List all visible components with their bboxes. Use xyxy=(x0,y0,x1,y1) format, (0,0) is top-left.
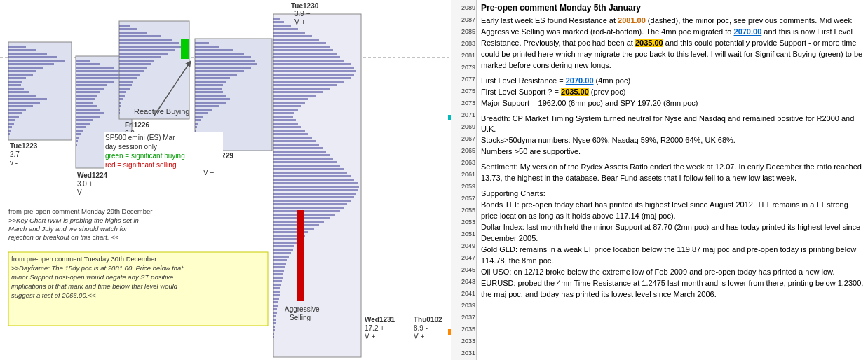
svg-rect-199 xyxy=(273,147,323,149)
svg-rect-231 xyxy=(273,259,287,261)
svg-text:Fri1226: Fri1226 xyxy=(125,121,149,129)
svg-text:2051: 2051 xyxy=(461,230,475,237)
svg-rect-194 xyxy=(273,130,305,132)
svg-rect-200 xyxy=(273,151,326,153)
svg-text:2.7 -: 2.7 - xyxy=(10,151,24,158)
svg-rect-253 xyxy=(273,336,274,338)
svg-rect-196 xyxy=(273,137,312,139)
svg-rect-184 xyxy=(273,95,316,97)
svg-rect-73 xyxy=(76,84,107,86)
svg-rect-53 xyxy=(8,105,33,107)
svg-rect-181 xyxy=(273,84,337,86)
svg-text:Reactive Buying: Reactive Buying xyxy=(134,107,190,116)
svg-rect-208 xyxy=(273,179,354,181)
svg-rect-47 xyxy=(8,84,21,86)
svg-rect-165 xyxy=(273,28,298,30)
svg-rect-214 xyxy=(273,200,351,202)
svg-rect-85 xyxy=(76,126,86,128)
svg-text:Aggressive: Aggressive xyxy=(285,305,320,313)
svg-text:2083: 2083 xyxy=(461,40,475,47)
svg-rect-177 xyxy=(273,70,356,72)
svg-rect-50 xyxy=(8,95,36,97)
svg-rect-121 xyxy=(119,109,120,111)
svg-rect-86 xyxy=(76,130,83,132)
svg-rect-141 xyxy=(195,88,222,90)
svg-rect-129 xyxy=(195,46,219,48)
svg-rect-195 xyxy=(273,133,308,135)
svg-text:SP500 emini (ES) Mar: SP500 emini (ES) Mar xyxy=(105,134,175,141)
svg-rect-226 xyxy=(273,242,298,244)
svg-text:2047: 2047 xyxy=(461,254,475,261)
svg-rect-188 xyxy=(273,109,298,111)
svg-text:3.0 +: 3.0 + xyxy=(77,180,93,188)
svg-rect-240 xyxy=(273,291,280,293)
svg-rect-151 xyxy=(195,123,198,125)
svg-text:2077: 2077 xyxy=(461,76,475,83)
svg-rect-147 xyxy=(195,109,212,111)
svg-text:v -: v - xyxy=(10,159,18,167)
svg-rect-42 xyxy=(8,67,43,69)
svg-rect-119 xyxy=(119,102,121,104)
svg-rect-88 xyxy=(76,137,79,139)
svg-rect-238 xyxy=(273,284,281,286)
svg-text:2041: 2041 xyxy=(461,290,475,297)
svg-text:3.9 +: 3.9 + xyxy=(294,10,311,18)
svg-rect-81 xyxy=(76,112,104,114)
svg-text:V +: V + xyxy=(365,333,375,340)
svg-text:Selling: Selling xyxy=(290,314,311,321)
svg-rect-115 xyxy=(119,88,130,90)
svg-rect-103 xyxy=(119,46,182,48)
svg-rect-75 xyxy=(76,91,100,93)
svg-rect-232 xyxy=(273,263,286,265)
svg-rect-133 xyxy=(195,60,255,62)
svg-rect-152 xyxy=(195,126,197,128)
svg-text:from pre-open comment Tuesday : from pre-open comment Tuesday 30th Decem… xyxy=(11,255,157,263)
svg-rect-140 xyxy=(195,84,223,86)
svg-text:17.2 +: 17.2 + xyxy=(365,324,384,332)
svg-rect-235 xyxy=(273,273,283,275)
svg-text:2059: 2059 xyxy=(461,183,475,190)
svg-rect-174 xyxy=(273,60,344,62)
svg-text:Wed1231: Wed1231 xyxy=(365,316,395,324)
svg-rect-114 xyxy=(119,84,132,86)
svg-rect-254 xyxy=(297,210,304,301)
svg-rect-143 xyxy=(195,95,226,97)
svg-text:2045: 2045 xyxy=(461,266,475,273)
svg-rect-250 xyxy=(273,326,275,328)
svg-rect-89 xyxy=(76,140,78,142)
svg-text:2039: 2039 xyxy=(461,302,475,309)
svg-text:suggest a test of 2066.00.<<: suggest a test of 2066.00.<< xyxy=(11,291,96,299)
svg-text:Wed1224: Wed1224 xyxy=(77,172,108,179)
svg-rect-54 xyxy=(8,109,26,111)
svg-rect-60 xyxy=(8,130,11,132)
svg-rect-39 xyxy=(8,56,57,58)
svg-rect-43 xyxy=(8,70,36,72)
svg-rect-211 xyxy=(273,189,358,191)
chart-panel: 2089 2087 2085 2083 2081 2079 2077 2075 … xyxy=(0,0,477,360)
svg-rect-216 xyxy=(273,207,344,209)
svg-rect-205 xyxy=(273,168,344,170)
svg-text:day session only: day session only xyxy=(105,143,157,151)
svg-rect-55 xyxy=(8,112,22,114)
svg-rect-180 xyxy=(273,81,344,83)
svg-rect-136 xyxy=(195,70,244,72)
svg-rect-68 xyxy=(76,67,114,69)
svg-rect-149 xyxy=(195,116,203,118)
svg-text:>>Dayframe: The 15dy poc is at: >>Dayframe: The 15dy poc is at 2081.00. … xyxy=(11,264,183,272)
svg-rect-46 xyxy=(8,81,22,83)
svg-rect-128 xyxy=(195,42,209,44)
svg-text:2069: 2069 xyxy=(461,123,475,130)
paragraph-2: First Level Resistance = 2070.00 (4mn po… xyxy=(481,76,864,109)
svg-rect-191 xyxy=(273,119,296,121)
svg-rect-248 xyxy=(273,319,276,321)
svg-rect-233 xyxy=(273,266,285,268)
svg-rect-182 xyxy=(273,88,330,90)
svg-rect-201 xyxy=(273,154,330,156)
svg-rect-110 xyxy=(119,70,144,72)
svg-text:2055: 2055 xyxy=(461,207,475,214)
svg-rect-134 xyxy=(195,63,257,65)
svg-rect-246 xyxy=(273,312,277,314)
svg-rect-132 xyxy=(195,56,251,58)
svg-rect-192 xyxy=(273,123,298,125)
svg-text:implications of that mark and : implications of that mark and time below… xyxy=(11,282,178,290)
